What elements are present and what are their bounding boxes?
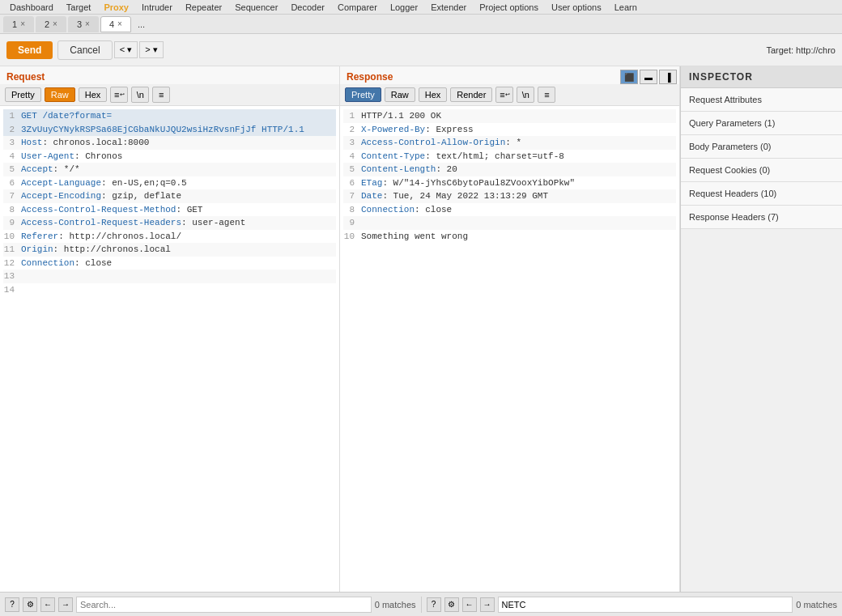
- request-line-6: 6Accept-Language: en-US,en;q=0.5: [3, 176, 336, 190]
- response-panel-title: Response: [347, 70, 393, 84]
- response-line-6: 6ETag: W/"14-jYhsC6bytoPaul8ZVooxYibOPkw…: [343, 176, 676, 190]
- tab-2[interactable]: 2 ×: [36, 16, 66, 32]
- request-line-7: 7Accept-Encoding: gzip, deflate: [3, 189, 336, 203]
- toolbar: Send Cancel < ▾ > ▾ Target: http://chro: [0, 34, 842, 66]
- menu-bar: Dashboard Target Proxy Intruder Repeater…: [0, 0, 842, 15]
- response-line-8: 8Connection: close: [343, 203, 676, 217]
- response-render-button[interactable]: Render: [450, 87, 492, 102]
- menu-learn[interactable]: Learn: [608, 2, 644, 13]
- response-line-5: 5Content-Length: 20: [343, 163, 676, 176]
- bottom-settings-right-button[interactable]: ⚙: [444, 597, 459, 612]
- menu-target[interactable]: Target: [60, 2, 98, 13]
- panels-wrapper: ⬛ ▬ ▐ Request Pretty Raw Hex ≡↩ \n ≡ 1GE…: [0, 66, 842, 592]
- request-pretty-button[interactable]: Pretty: [5, 87, 41, 102]
- response-line-10: 10Something went wrong: [343, 230, 676, 244]
- main-content: ⬛ ▬ ▐ Request Pretty Raw Hex ≡↩ \n ≡ 1GE…: [0, 66, 842, 592]
- response-line-7: 7Date: Tue, 24 May 2022 13:13:29 GMT: [343, 189, 676, 203]
- menu-project-options[interactable]: Project options: [473, 2, 545, 13]
- response-line-1: 1HTTP/1.1 200 OK: [343, 109, 676, 123]
- request-newline-icon[interactable]: \n: [131, 87, 149, 103]
- bottom-next-right-button[interactable]: →: [480, 597, 495, 612]
- bottom-settings-left-button[interactable]: ⚙: [23, 597, 37, 612]
- request-line-5: 5Accept: */*: [3, 163, 336, 176]
- request-line-10: 10Referer: http://chronos.local/: [3, 230, 336, 244]
- response-content[interactable]: 1HTTP/1.1 200 OK 2X-Powered-By: Express …: [340, 106, 679, 592]
- request-panel: Request Pretty Raw Hex ≡↩ \n ≡ 1GET /dat…: [0, 66, 340, 592]
- response-line-9: 9: [343, 216, 676, 230]
- inspector-title: INSPECTOR: [681, 66, 842, 88]
- bottom-right-section: ? ⚙ ← → 0 matches: [421, 597, 843, 613]
- menu-logger[interactable]: Logger: [384, 2, 424, 13]
- menu-dashboard[interactable]: Dashboard: [3, 2, 60, 13]
- tabs-bar: 1 × 2 × 3 × 4 × ...: [0, 15, 842, 34]
- menu-repeater[interactable]: Repeater: [179, 2, 228, 13]
- request-line-8: 8Access-Control-Request-Method: GET: [3, 203, 336, 217]
- response-panel-toolbar: Pretty Raw Hex Render ≡↩ \n ≡: [340, 84, 679, 106]
- search-input-right[interactable]: [498, 597, 793, 613]
- bottom-help-left-button[interactable]: ?: [5, 597, 19, 612]
- request-line-3: 3Host: chronos.local:8000: [3, 136, 336, 150]
- view-single-button[interactable]: ▬: [640, 70, 657, 84]
- matches-count-right: 0 matches: [796, 600, 837, 610]
- inspector-request-headers[interactable]: Request Headers (10): [681, 182, 842, 206]
- request-line-2: 23ZvUuyCYNykRSPSa68EjCGbaNkUJQU2wsiHzRvs…: [3, 123, 336, 137]
- menu-proxy[interactable]: Proxy: [97, 2, 135, 13]
- bottom-help-right-button[interactable]: ?: [427, 597, 441, 612]
- bottom-prev-left-button[interactable]: ←: [40, 597, 55, 612]
- inspector-body-params[interactable]: Body Parameters (0): [681, 135, 842, 159]
- inspector-response-headers[interactable]: Response Headers (7): [681, 206, 842, 229]
- response-format-icon[interactable]: ≡↩: [495, 87, 513, 103]
- bottom-left-section: ? ⚙ ← → 0 matches: [0, 597, 421, 613]
- inspector-query-params[interactable]: Query Parameters (1): [681, 112, 842, 135]
- request-line-14: 14: [3, 283, 336, 297]
- view-vertical-button[interactable]: ▐: [659, 70, 677, 84]
- request-line-11: 11Origin: http://chronos.local: [3, 243, 336, 257]
- view-split-button[interactable]: ⬛: [620, 70, 638, 84]
- response-newline-icon[interactable]: \n: [517, 87, 534, 103]
- inspector-request-attributes[interactable]: Request Attributes: [681, 88, 842, 112]
- response-panel: Response Pretty Raw Hex Render ≡↩ \n ≡ 1…: [340, 66, 680, 592]
- menu-intruder[interactable]: Intruder: [135, 2, 179, 13]
- request-menu-icon[interactable]: ≡: [152, 87, 170, 103]
- bottom-prev-right-button[interactable]: ←: [462, 597, 477, 612]
- request-format-icon[interactable]: ≡↩: [110, 87, 128, 103]
- tab-3[interactable]: 3 ×: [68, 16, 99, 32]
- request-panel-title: Request: [6, 70, 45, 84]
- menu-decoder[interactable]: Decoder: [284, 2, 331, 13]
- view-toggle-group: ⬛ ▬ ▐: [620, 70, 677, 84]
- menu-sequencer[interactable]: Sequencer: [228, 2, 284, 13]
- request-content[interactable]: 1GET /date?format= 23ZvUuyCYNykRSPSa68Ej…: [0, 106, 339, 592]
- response-menu-icon[interactable]: ≡: [538, 87, 555, 103]
- request-raw-button[interactable]: Raw: [45, 87, 75, 102]
- menu-comparer[interactable]: Comparer: [331, 2, 384, 13]
- request-line-4: 4User-Agent: Chronos: [3, 150, 336, 164]
- cancel-button[interactable]: Cancel: [57, 40, 112, 60]
- response-hex-button[interactable]: Hex: [419, 87, 448, 102]
- search-input-left[interactable]: [76, 597, 372, 613]
- nav-next-button[interactable]: > ▾: [139, 41, 163, 58]
- tab-4[interactable]: 4 ×: [100, 16, 131, 32]
- close-tab-1[interactable]: ×: [20, 19, 25, 28]
- response-line-3: 3Access-Control-Allow-Origin: *: [343, 136, 676, 150]
- menu-user-options[interactable]: User options: [545, 2, 608, 13]
- close-tab-3[interactable]: ×: [85, 19, 90, 28]
- close-tab-4[interactable]: ×: [117, 19, 122, 28]
- response-pretty-button[interactable]: Pretty: [345, 87, 381, 102]
- nav-prev-button[interactable]: < ▾: [114, 41, 138, 58]
- tab-more[interactable]: ...: [133, 18, 150, 31]
- request-line-9: 9Access-Control-Request-Headers: user-ag…: [3, 216, 336, 230]
- inspector-panel: INSPECTOR Request Attributes Query Param…: [680, 66, 842, 592]
- bottom-next-left-button[interactable]: →: [58, 597, 73, 612]
- send-button[interactable]: Send: [6, 41, 53, 59]
- response-line-4: 4Content-Type: text/html; charset=utf-8: [343, 150, 676, 164]
- menu-extender[interactable]: Extender: [424, 2, 473, 13]
- request-line-13: 13: [3, 270, 336, 283]
- response-line-2: 2X-Powered-By: Express: [343, 123, 676, 137]
- request-hex-button[interactable]: Hex: [79, 87, 108, 102]
- inspector-request-cookies[interactable]: Request Cookies (0): [681, 159, 842, 182]
- response-raw-button[interactable]: Raw: [385, 87, 415, 102]
- request-line-1: 1GET /date?format=: [3, 109, 336, 123]
- close-tab-2[interactable]: ×: [53, 19, 57, 28]
- tab-1[interactable]: 1 ×: [3, 16, 34, 32]
- bottom-bar: ? ⚙ ← → 0 matches ? ⚙ ← → 0 matches: [0, 592, 842, 616]
